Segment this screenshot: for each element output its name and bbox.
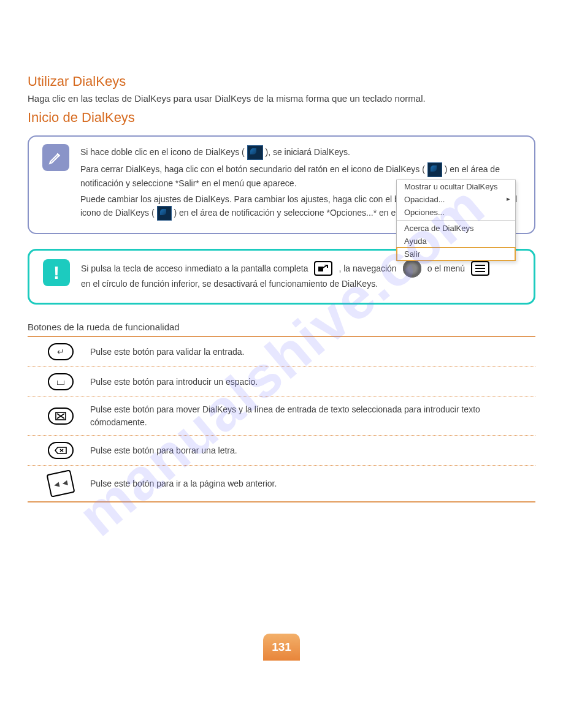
pencil-icon <box>42 144 69 171</box>
backspace-key-icon <box>48 442 74 459</box>
note-text-2a: Para cerrar DialKeys, haga clic con el b… <box>80 164 425 174</box>
row-desc: Pulse este botón para mover DialKeys y l… <box>83 403 535 429</box>
space-key-icon: ⌴ <box>48 373 74 390</box>
intro-line: Haga clic en las teclas de DialKeys para… <box>28 93 535 104</box>
note-text-1b: ), se iniciará DialKeys. <box>265 147 350 157</box>
menu-item-help[interactable]: Ayuda <box>397 235 515 248</box>
enter-key-icon: ↵ <box>48 343 74 360</box>
context-menu: Mostrar u ocultar DialKeys Opacidad... O… <box>396 180 516 261</box>
table-row: Pulse este botón para borrar una letra. <box>28 435 535 465</box>
function-wheel-table: ↵ Pulse este botón para validar la entra… <box>28 336 535 502</box>
row-desc: Pulse este botón para borrar una letra. <box>83 444 535 457</box>
svg-rect-0 <box>318 267 323 271</box>
dialkeys-desktop-icon <box>247 145 263 160</box>
menu-item-options[interactable]: Opciones... <box>397 206 515 219</box>
note-card: Si hace doble clic en el icono de DialKe… <box>28 135 535 234</box>
navigation-gear-icon <box>403 259 421 278</box>
fullscreen-icon <box>314 261 332 276</box>
page-back-icon: ◄◄ <box>46 470 75 498</box>
row-desc: Pulse este botón para ir a la página web… <box>83 477 535 490</box>
section-title-2: Inicio de DialKeys <box>28 110 535 126</box>
table-row: Pulse este botón para mover DialKeys y l… <box>28 396 535 435</box>
move-window-icon <box>48 408 74 425</box>
menu-item-exit[interactable]: Salir <box>396 247 516 261</box>
dialkeys-tray-icon <box>427 162 442 177</box>
table-row: ⌴ Pulse este botón para introducir un es… <box>28 366 535 396</box>
exclamation-icon: ! <box>43 259 70 286</box>
row-desc: Pulse este botón para introducir un espa… <box>83 376 535 389</box>
menu-lines-icon <box>471 261 489 276</box>
page-number: 131 <box>263 634 300 661</box>
row-desc: Pulse este botón para validar la entrada… <box>83 346 535 358</box>
alert-text-1b: , la navegación <box>339 262 396 275</box>
table-title: Botones de la rueda de funcionalidad <box>28 322 535 332</box>
menu-item-about[interactable]: Acerca de DialKeys <box>397 222 515 235</box>
table-row: ↵ Pulse este botón para validar la entra… <box>28 336 535 366</box>
note-text-1a: Si hace doble clic en el icono de DialKe… <box>80 147 245 157</box>
section-title-1: Utilizar DialKeys <box>28 74 535 89</box>
alert-text-1c: o el menú <box>427 262 465 275</box>
dialkeys-tray-icon-2 <box>157 206 172 221</box>
menu-item-opacity[interactable]: Opacidad... <box>397 193 515 206</box>
alert-text-2: en el círculo de función inferior, se de… <box>81 278 520 290</box>
table-row: ◄◄ Pulse este botón para ir a la página … <box>28 465 535 502</box>
alert-text-1a: Si pulsa la tecla de acceso inmediato a … <box>81 262 308 275</box>
menu-separator <box>397 220 515 221</box>
menu-item-toggle[interactable]: Mostrar u ocultar DialKeys <box>397 180 515 193</box>
